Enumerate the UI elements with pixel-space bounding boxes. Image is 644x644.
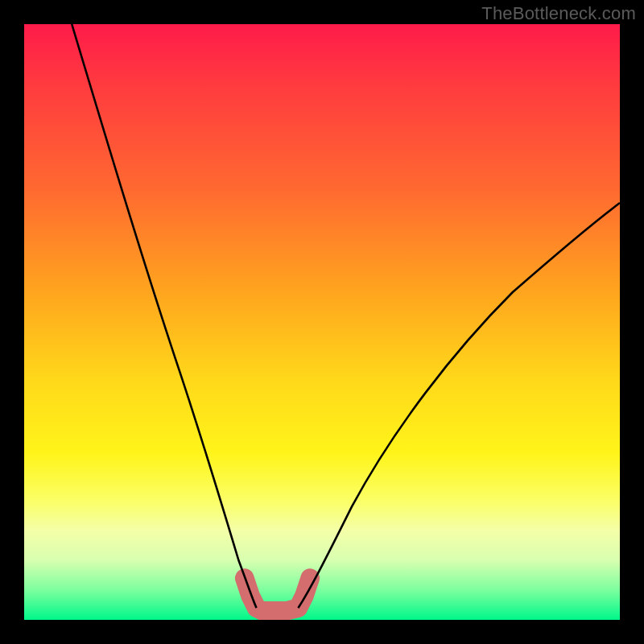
chart-svg [24,24,620,620]
right-curve [298,203,620,608]
watermark-text: TheBottleneck.com [481,3,636,24]
left-curve [72,24,256,608]
plot-area [24,24,620,620]
chart-frame: TheBottleneck.com [0,0,644,644]
